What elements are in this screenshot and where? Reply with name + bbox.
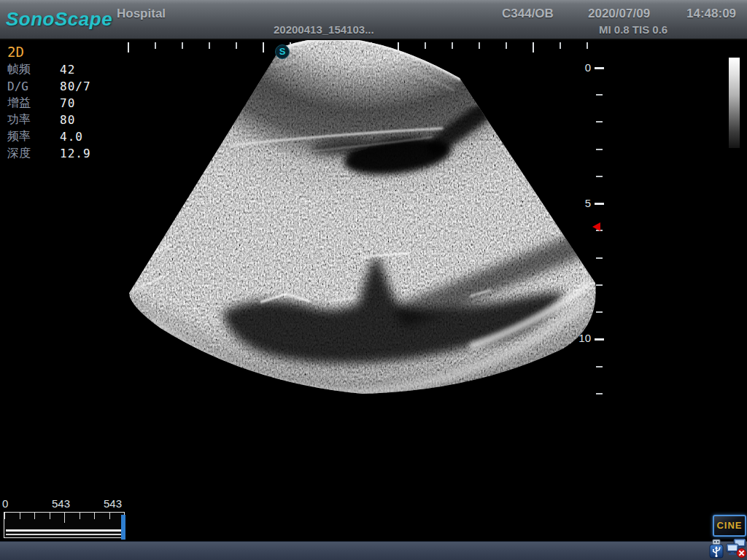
grayscale-bar bbox=[729, 58, 740, 148]
param-value: 70 bbox=[60, 96, 75, 110]
system-time: 14:48:09 bbox=[686, 7, 736, 21]
param-row-dynamic-range: D/G 80/7 bbox=[7, 78, 91, 95]
sonoscape-logo: SonoScape bbox=[6, 8, 112, 31]
focus-arrow-icon bbox=[592, 222, 600, 231]
probe-preset: C344/OB bbox=[502, 7, 554, 21]
imaging-parameters-panel: 帧频 42 D/G 80/7 增益 70 功率 80 频率 4.0 深度 12.… bbox=[7, 61, 91, 162]
param-label: 增益 bbox=[7, 96, 53, 111]
ultrasound-system-screen: SonoScape Hospital C344/OB 2020/07/09 14… bbox=[0, 0, 747, 560]
param-row-power: 功率 80 bbox=[7, 112, 91, 128]
cine-current-frame: 543 bbox=[52, 497, 70, 510]
ultrasound-image bbox=[0, 0, 747, 560]
hospital-name: Hospital bbox=[117, 7, 166, 21]
cine-timeline[interactable] bbox=[4, 512, 125, 538]
probe-orientation-marker: S bbox=[275, 44, 290, 59]
param-row-frequency: 频率 4.0 bbox=[7, 128, 91, 145]
depth-label-0: 0 bbox=[573, 61, 591, 74]
cine-cursor-handle[interactable] bbox=[121, 515, 125, 540]
depth-label-10: 10 bbox=[573, 332, 591, 344]
mode-label: 2D bbox=[7, 44, 24, 60]
exam-id: 20200413_154103... bbox=[274, 23, 374, 36]
depth-label-5: 5 bbox=[573, 197, 591, 209]
param-row-gain: 增益 70 bbox=[7, 95, 91, 112]
param-label: 帧频 bbox=[7, 62, 53, 77]
param-label: D/G bbox=[7, 79, 53, 93]
acoustic-indices: MI 0.8 TIS 0.6 bbox=[599, 23, 667, 36]
depth-scale-major-ticks bbox=[595, 67, 604, 395]
network-disconnected-icon[interactable] bbox=[726, 537, 747, 559]
taskbar bbox=[0, 541, 747, 560]
title-bar: SonoScape Hospital C344/OB 2020/07/09 14… bbox=[0, 0, 747, 40]
param-value: 12.9 bbox=[60, 147, 91, 160]
param-value: 80/7 bbox=[60, 79, 91, 93]
cine-progress-bar bbox=[6, 529, 123, 535]
cine-timeline-mid-tick bbox=[64, 513, 65, 523]
param-value: 42 bbox=[60, 63, 75, 77]
param-row-frame-rate: 帧频 42 bbox=[7, 61, 91, 78]
param-label: 功率 bbox=[7, 112, 53, 128]
param-value: 80 bbox=[60, 113, 75, 127]
param-label: 深度 bbox=[7, 146, 53, 161]
cine-button[interactable]: CINE bbox=[713, 515, 746, 537]
param-value: 4.0 bbox=[60, 130, 83, 144]
usb-icon[interactable] bbox=[708, 539, 724, 559]
cine-range-start: 0 bbox=[2, 497, 8, 510]
cine-total-frames: 543 bbox=[104, 497, 122, 510]
param-label: 频率 bbox=[7, 129, 53, 144]
system-date: 2020/07/09 bbox=[588, 7, 650, 21]
param-row-depth: 深度 12.9 bbox=[7, 145, 91, 162]
